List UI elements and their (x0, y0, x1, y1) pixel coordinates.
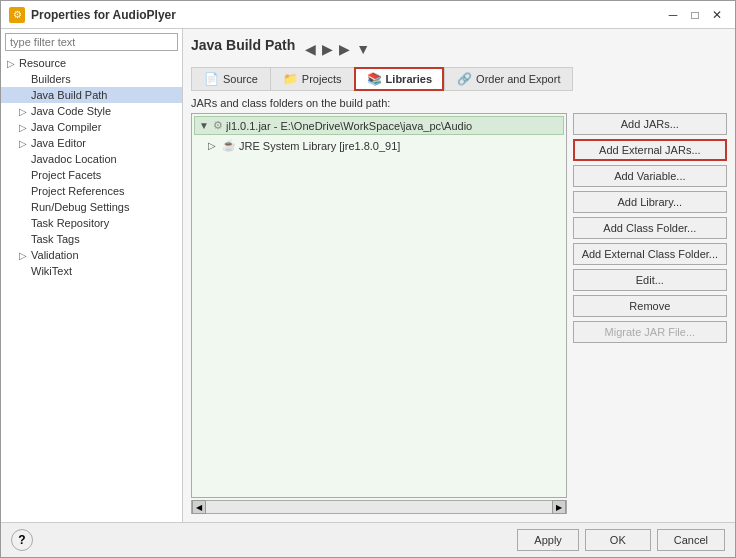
scrollbar-track[interactable] (206, 501, 552, 513)
ok-button[interactable]: OK (585, 529, 651, 551)
migrate-jar-button: Migrate JAR File... (573, 321, 727, 343)
scroll-right-button[interactable]: ▶ (552, 500, 566, 514)
help-button[interactable]: ? (11, 529, 33, 551)
content-area: Java Build Path ◀ ▶ ▶ ▼ 📄Source📁Projects… (183, 29, 735, 522)
sidebar-label-run-debug-settings: Run/Debug Settings (31, 201, 176, 213)
expand-arrow-java-editor: ▷ (19, 138, 31, 149)
tab-projects[interactable]: 📁Projects (270, 67, 354, 91)
tab-icon-order-export: 🔗 (457, 72, 472, 86)
tabs: 📄Source📁Projects📚Libraries🔗Order and Exp… (191, 67, 727, 91)
sidebar-item-run-debug-settings[interactable]: Run/Debug Settings (1, 199, 182, 215)
footer-right: Apply OK Cancel (517, 529, 725, 551)
tab-libraries[interactable]: 📚Libraries (354, 67, 444, 91)
tab-icon-source: 📄 (204, 72, 219, 86)
add-jars-button[interactable]: Add JARs... (573, 113, 727, 135)
main-content: ▷Resource Builders Java Build Path▷Java … (1, 29, 735, 522)
add-library-button[interactable]: Add Library... (573, 191, 727, 213)
sidebar-label-task-tags: Task Tags (31, 233, 176, 245)
content-header-row: Java Build Path ◀ ▶ ▶ ▼ (191, 37, 727, 61)
sidebar-label-project-references: Project References (31, 185, 176, 197)
add-class-folder-button[interactable]: Add Class Folder... (573, 217, 727, 239)
properties-dialog: ⚙ Properties for AudioPlyer ─ □ ✕ ▷Resou… (0, 0, 736, 558)
cancel-button[interactable]: Cancel (657, 529, 725, 551)
footer-left: ? (11, 529, 33, 551)
title-bar: ⚙ Properties for AudioPlyer ─ □ ✕ (1, 1, 735, 29)
sidebar-item-builders[interactable]: Builders (1, 71, 182, 87)
tab-label-source: Source (223, 73, 258, 85)
tab-icon-libraries: 📚 (367, 72, 382, 86)
tree-label-jar-item: jl1.0.1.jar - E:\OneDrive\WorkSpace\java… (226, 120, 472, 132)
nav-arrows: ◀ ▶ ▶ ▼ (303, 41, 372, 57)
jar-icon: ⚙ (213, 119, 223, 132)
add-external-jars-button[interactable]: Add External JARs... (573, 139, 727, 161)
tree-item-jar-item[interactable]: ▼⚙jl1.0.1.jar - E:\OneDrive\WorkSpace\ja… (194, 116, 564, 135)
tree-label-jre-item: JRE System Library [jre1.8.0_91] (239, 140, 400, 152)
buttons-panel: Add JARs...Add External JARs...Add Varia… (573, 113, 727, 514)
minimize-button[interactable]: ─ (663, 7, 683, 23)
sidebar-label-project-facets: Project Facets (31, 169, 176, 181)
add-external-class-folder-button[interactable]: Add External Class Folder... (573, 243, 727, 265)
sidebar-item-validation[interactable]: ▷Validation (1, 247, 182, 263)
sidebar-item-task-tags[interactable]: Task Tags (1, 231, 182, 247)
tree-panel[interactable]: ▼⚙jl1.0.1.jar - E:\OneDrive\WorkSpace\ja… (191, 113, 567, 498)
tab-label-projects: Projects (302, 73, 342, 85)
tab-source[interactable]: 📄Source (191, 67, 270, 91)
forward-button[interactable]: ▶ (320, 41, 335, 57)
tab-label-order-export: Order and Export (476, 73, 560, 85)
sidebar-item-resource[interactable]: ▷Resource (1, 55, 182, 71)
tree-item-jre-item[interactable]: ▷☕JRE System Library [jre1.8.0_91] (192, 137, 566, 154)
sidebar-item-java-compiler[interactable]: ▷Java Compiler (1, 119, 182, 135)
sidebar-label-java-editor: Java Editor (31, 137, 176, 149)
expand-arrow-validation: ▷ (19, 250, 31, 261)
sidebar-item-java-build-path[interactable]: Java Build Path (1, 87, 182, 103)
expand-arrow-java-code-style: ▷ (19, 106, 31, 117)
add-variable-button[interactable]: Add Variable... (573, 165, 727, 187)
jars-label: JARs and class folders on the build path… (191, 97, 727, 109)
title-bar-controls: ─ □ ✕ (663, 7, 727, 23)
sidebar: ▷Resource Builders Java Build Path▷Java … (1, 29, 183, 522)
sidebar-label-java-compiler: Java Compiler (31, 121, 176, 133)
down-button[interactable]: ▼ (354, 41, 372, 57)
expand-arrow-java-compiler: ▷ (19, 122, 31, 133)
sidebar-label-java-code-style: Java Code Style (31, 105, 176, 117)
tree-arrow-jre-item: ▷ (208, 140, 222, 151)
library-icon: ☕ (222, 139, 236, 152)
sidebar-item-javadoc-location[interactable]: Javadoc Location (1, 151, 182, 167)
sidebar-label-resource: Resource (19, 57, 176, 69)
sidebar-item-java-code-style[interactable]: ▷Java Code Style (1, 103, 182, 119)
sidebar-item-project-references[interactable]: Project References (1, 183, 182, 199)
filter-input[interactable] (5, 33, 178, 51)
sidebar-label-task-repository: Task Repository (31, 217, 176, 229)
maximize-button[interactable]: □ (685, 7, 705, 23)
scroll-left-button[interactable]: ◀ (192, 500, 206, 514)
tab-order-export[interactable]: 🔗Order and Export (444, 67, 573, 91)
content-title: Java Build Path (191, 37, 295, 53)
edit-button[interactable]: Edit... (573, 269, 727, 291)
sidebar-item-wikitext[interactable]: WikiText (1, 263, 182, 279)
sidebar-label-validation: Validation (31, 249, 176, 261)
sidebar-item-task-repository[interactable]: Task Repository (1, 215, 182, 231)
dialog-title: Properties for AudioPlyer (31, 8, 663, 22)
sidebar-item-project-facets[interactable]: Project Facets (1, 167, 182, 183)
horizontal-scrollbar[interactable]: ◀ ▶ (191, 500, 567, 514)
sidebar-item-java-editor[interactable]: ▷Java Editor (1, 135, 182, 151)
apply-button[interactable]: Apply (517, 529, 579, 551)
sidebar-items: ▷Resource Builders Java Build Path▷Java … (1, 55, 182, 522)
sidebar-label-java-build-path: Java Build Path (31, 89, 176, 101)
sidebar-label-javadoc-location: Javadoc Location (31, 153, 176, 165)
tree-arrow-jar-item: ▼ (199, 120, 213, 131)
sidebar-label-builders: Builders (31, 73, 176, 85)
dialog-icon: ⚙ (9, 7, 25, 23)
panel-and-buttons: ▼⚙jl1.0.1.jar - E:\OneDrive\WorkSpace\ja… (191, 113, 727, 514)
remove-button[interactable]: Remove (573, 295, 727, 317)
tab-icon-projects: 📁 (283, 72, 298, 86)
footer: ? Apply OK Cancel (1, 522, 735, 557)
back-button[interactable]: ◀ (303, 41, 318, 57)
tab-label-libraries: Libraries (386, 73, 432, 85)
forward-button-2[interactable]: ▶ (337, 41, 352, 57)
close-button[interactable]: ✕ (707, 7, 727, 23)
expand-arrow-resource: ▷ (7, 58, 19, 69)
sidebar-label-wikitext: WikiText (31, 265, 176, 277)
